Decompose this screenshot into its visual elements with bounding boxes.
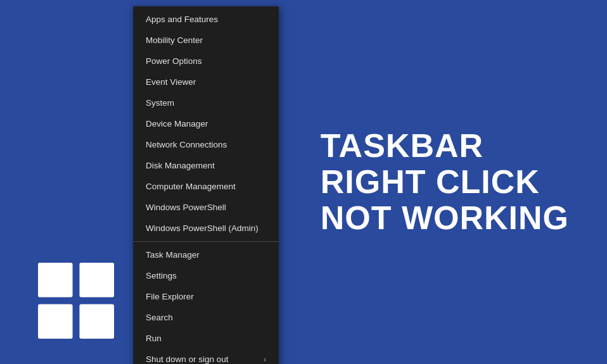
right-panel: TASKBAR RIGHT CLICK NOT WORKING [321, 128, 569, 237]
menu-item-label-run: Run [146, 334, 162, 343]
menu-item-power-options[interactable]: Power Options [133, 51, 279, 72]
menu-item-label-device-manager: Device Manager [146, 119, 208, 129]
menu-item-arrow-shut-down: › [264, 355, 266, 364]
menu-item-label-mobility-center: Mobility Center [146, 35, 203, 45]
menu-item-label-apps-features: Apps and Features [146, 15, 218, 24]
menu-item-windows-powershell-admin[interactable]: Windows PowerShell (Admin) [133, 218, 279, 239]
menu-item-label-task-manager: Task Manager [146, 250, 200, 260]
svg-rect-3 [79, 304, 114, 339]
menu-item-apps-features[interactable]: Apps and Features [133, 9, 279, 30]
menu-item-network-connections[interactable]: Network Connections [133, 134, 279, 155]
menu-item-system[interactable]: System [133, 92, 279, 113]
svg-rect-0 [38, 263, 73, 298]
menu-item-shut-down[interactable]: Shut down or sign out› [133, 349, 279, 364]
svg-rect-1 [79, 263, 114, 298]
menu-item-label-event-viewer: Event Viewer [146, 77, 196, 87]
menu-item-run[interactable]: Run [133, 328, 279, 349]
menu-item-settings[interactable]: Settings [133, 265, 279, 286]
windows-logo [38, 263, 114, 339]
menu-item-label-network-connections: Network Connections [146, 140, 227, 149]
menu-item-label-shut-down: Shut down or sign out [146, 355, 229, 364]
context-menu: Apps and FeaturesMobility CenterPower Op… [133, 6, 279, 364]
menu-item-file-explorer[interactable]: File Explorer [133, 286, 279, 307]
menu-item-label-search: Search [146, 313, 173, 322]
menu-item-label-system: System [146, 98, 174, 108]
menu-item-label-power-options: Power Options [146, 56, 202, 66]
menu-item-disk-management[interactable]: Disk Management [133, 155, 279, 176]
headline-line1: TASKBAR [321, 128, 569, 164]
menu-item-label-disk-management: Disk Management [146, 161, 215, 170]
menu-item-label-file-explorer: File Explorer [146, 292, 194, 301]
menu-item-label-computer-management: Computer Management [146, 182, 236, 191]
headline: TASKBAR RIGHT CLICK NOT WORKING [321, 128, 569, 237]
menu-item-device-manager[interactable]: Device Manager [133, 113, 279, 134]
menu-item-mobility-center[interactable]: Mobility Center [133, 30, 279, 51]
menu-item-search[interactable]: Search [133, 307, 279, 328]
menu-item-label-settings: Settings [146, 271, 177, 280]
menu-separator-10 [133, 241, 279, 242]
menu-item-label-windows-powershell: Windows PowerShell [146, 203, 226, 212]
menu-item-windows-powershell[interactable]: Windows PowerShell [133, 197, 279, 218]
headline-line3: NOT WORKING [321, 200, 569, 236]
menu-item-event-viewer[interactable]: Event Viewer [133, 72, 279, 92]
headline-line2: RIGHT CLICK [321, 164, 569, 200]
menu-item-label-windows-powershell-admin: Windows PowerShell (Admin) [146, 223, 259, 233]
svg-rect-2 [38, 304, 73, 339]
menu-item-task-manager[interactable]: Task Manager [133, 244, 279, 265]
menu-item-computer-management[interactable]: Computer Management [133, 176, 279, 197]
